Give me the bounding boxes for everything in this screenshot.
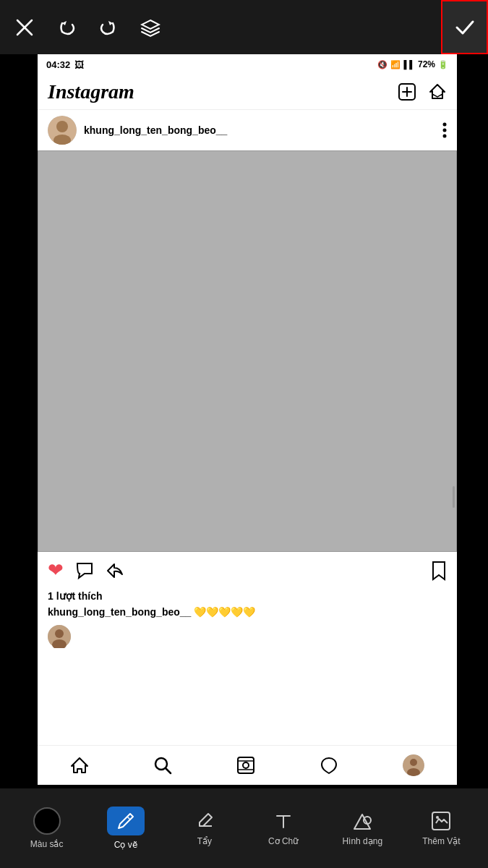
direct-message-button[interactable] <box>428 82 447 101</box>
color-circle <box>33 807 61 835</box>
post-actions-left: ❤ <box>48 559 124 582</box>
shape-icon <box>351 810 373 832</box>
post-caption: khung_long_ten_bong_beo__ 💛💛💛💛💛 <box>38 603 457 622</box>
nav-profile-button[interactable] <box>403 754 424 776</box>
ig-bottom-nav <box>38 745 457 785</box>
comment-button[interactable] <box>75 561 94 580</box>
instagram-header: Instagram <box>38 75 457 110</box>
eraser-icon <box>194 810 215 832</box>
scroll-indicator <box>453 486 455 508</box>
ig-header-icons <box>398 82 447 101</box>
mute-icon: 🔇 <box>377 60 388 69</box>
svg-line-18 <box>166 768 171 773</box>
post-user: khung_long_ten_bong_beo__ <box>48 116 227 145</box>
nav-reels-button[interactable] <box>236 756 255 775</box>
caption-emojis: 💛💛💛💛💛 <box>194 606 255 618</box>
svg-point-24 <box>410 759 417 766</box>
new-post-button[interactable] <box>398 82 416 101</box>
brush-tool[interactable]: Cọ vẽ <box>86 807 165 850</box>
nav-activity-button[interactable] <box>320 756 338 775</box>
brush-tool-bg <box>107 807 145 835</box>
post-image <box>38 150 457 552</box>
phone-screen: 04:32 🖼 🔇 📶 ▌▌ 72% 🔋 Instagram <box>38 54 457 785</box>
caption-username: khung_long_ten_bong_beo__ <box>48 606 191 618</box>
redo-button[interactable] <box>98 17 119 38</box>
svg-point-9 <box>56 121 68 132</box>
layers-button[interactable] <box>140 17 160 38</box>
sticker-tool[interactable]: Thêm Vật <box>402 810 481 846</box>
confirm-button[interactable] <box>441 0 488 54</box>
status-bar: 04:32 🖼 🔇 📶 ▌▌ 72% 🔋 <box>38 54 457 75</box>
svg-point-13 <box>443 135 447 138</box>
toolbar-left <box>14 17 160 38</box>
sticker-icon <box>430 810 452 832</box>
close-button[interactable] <box>14 17 35 38</box>
bookmark-button[interactable] <box>431 561 447 581</box>
svg-point-32 <box>436 816 439 819</box>
post-header: khung_long_ten_bong_beo__ <box>38 110 457 150</box>
photo-icon: 🖼 <box>74 59 84 70</box>
editor-toolbar: Màu sắc Cọ vẽ Tẩy Cơ Chữ <box>0 788 488 868</box>
text-tool[interactable]: Cơ Chữ <box>244 810 323 846</box>
nav-home-button[interactable] <box>70 756 89 775</box>
text-icon <box>273 810 294 832</box>
comments-section <box>38 622 457 654</box>
signal-icon: ▌▌ <box>403 60 415 69</box>
instagram-logo: Instagram <box>48 80 134 103</box>
like-button[interactable]: ❤ <box>48 559 64 582</box>
svg-line-26 <box>127 817 130 820</box>
post-username: khung_long_ten_bong_beo__ <box>84 124 227 136</box>
eraser-tool[interactable]: Tẩy <box>165 810 244 846</box>
svg-point-15 <box>55 629 64 638</box>
status-time: 04:32 <box>46 59 70 70</box>
status-icons: 🔇 📶 ▌▌ 72% 🔋 <box>377 59 448 69</box>
shape-tool-label: Hình dạng <box>342 836 382 846</box>
wifi-icon: 📶 <box>390 60 401 69</box>
undo-button[interactable] <box>56 17 77 38</box>
post-actions: ❤ <box>38 552 457 589</box>
eraser-tool-label: Tẩy <box>197 836 212 846</box>
sticker-tool-label: Thêm Vật <box>422 836 460 846</box>
share-button[interactable] <box>106 561 124 580</box>
svg-point-12 <box>443 129 447 132</box>
svg-point-20 <box>243 762 249 768</box>
avatar <box>48 116 77 145</box>
top-toolbar <box>0 0 488 54</box>
text-tool-label: Cơ Chữ <box>268 836 299 846</box>
svg-rect-19 <box>238 757 254 773</box>
color-tool-label: Màu sắc <box>30 839 64 849</box>
post-likes: 1 lượt thích <box>38 589 457 603</box>
brush-tool-label: Cọ vẽ <box>114 840 137 850</box>
svg-point-11 <box>443 123 447 127</box>
shape-tool[interactable]: Hình dạng <box>323 810 402 846</box>
commenter-avatar <box>48 625 71 648</box>
color-tool[interactable]: Màu sắc <box>7 807 86 849</box>
battery-icon: 🔋 <box>438 60 448 69</box>
post-more-button[interactable] <box>442 122 447 138</box>
battery-text: 72% <box>418 59 435 69</box>
nav-search-button[interactable] <box>153 756 172 775</box>
